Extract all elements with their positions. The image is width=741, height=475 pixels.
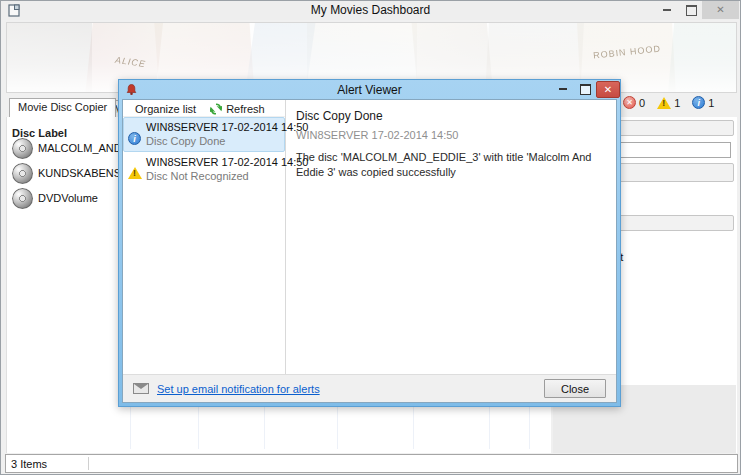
warning-count: 1 xyxy=(674,97,680,109)
dialog-close-button[interactable] xyxy=(596,81,620,98)
dialog-footer: Set up email notification for alerts Clo… xyxy=(123,374,616,402)
error-icon xyxy=(623,96,636,109)
refresh-label: Refresh xyxy=(226,103,265,115)
alert-detail-pane: Disc Copy Done WIN8SERVER 17-02-2014 14:… xyxy=(286,100,616,374)
alert-counters: 0 1 i 1 xyxy=(623,96,714,109)
warning-icon xyxy=(128,167,142,179)
error-count: 0 xyxy=(639,97,645,109)
disc-icon xyxy=(12,163,33,184)
window-title: My Movies Dashboard xyxy=(1,3,740,17)
disc-row[interactable]: DVDVolume xyxy=(12,186,98,210)
alert-list-item-selected[interactable]: i WIN8SERVER 17-02-2014 14:50 Disc Copy … xyxy=(123,117,285,152)
close-button[interactable] xyxy=(702,1,739,19)
info-icon: i xyxy=(692,96,705,109)
status-bar: 3 Items xyxy=(5,454,738,473)
warning-counter[interactable]: 1 xyxy=(657,97,680,109)
disc-label: DVDVolume xyxy=(38,192,98,204)
status-bar-divider xyxy=(88,457,89,470)
organize-list-label: Organize list xyxy=(135,103,196,115)
refresh-icon xyxy=(210,103,222,115)
disc-icon xyxy=(12,138,33,159)
alert-list-item[interactable]: WIN8SERVER 17-02-2014 14:50 Disc Not Rec… xyxy=(123,152,285,187)
maximize-button[interactable] xyxy=(680,1,702,19)
close-dialog-button[interactable]: Close xyxy=(544,379,606,398)
alert-detail-source: WIN8SERVER 17-02-2014 14:50 xyxy=(296,129,606,141)
disc-icon xyxy=(12,188,33,209)
dialog-minimize-button[interactable] xyxy=(553,81,573,97)
info-icon: i xyxy=(128,132,141,145)
alert-source: WIN8SERVER 17-02-2014 14:50 xyxy=(146,121,280,133)
organize-list-button[interactable]: Organize list xyxy=(135,103,196,115)
alert-detail-title: Disc Copy Done xyxy=(296,109,606,123)
dialog-content: Organize list Refresh i WIN8SERVER 1 xyxy=(122,99,617,403)
minimize-button[interactable] xyxy=(656,1,678,19)
alert-summary: Disc Copy Done xyxy=(146,135,280,147)
error-counter[interactable]: 0 xyxy=(623,96,645,109)
tab-movie-disc-copier[interactable]: Movie Disc Copier xyxy=(9,98,116,117)
warning-icon xyxy=(657,97,671,109)
main-window: My Movies Dashboard ROBIN HOOD ALICE Dis… xyxy=(0,0,741,475)
alert-summary: Disc Not Recognized xyxy=(146,170,280,182)
item-count-label: 3 Items xyxy=(11,458,47,470)
info-count: 1 xyxy=(708,97,714,109)
email-icon xyxy=(133,383,149,394)
email-notification-link[interactable]: Set up email notification for alerts xyxy=(157,383,320,395)
refresh-button[interactable]: Refresh xyxy=(210,103,265,115)
dialog-title: Alert Viewer xyxy=(119,83,620,97)
alert-source: WIN8SERVER 17-02-2014 14:50 xyxy=(146,156,280,168)
info-counter[interactable]: i 1 xyxy=(692,96,714,109)
alert-list-pane: Organize list Refresh i WIN8SERVER 1 xyxy=(123,100,286,374)
alert-detail-body: The disc 'MALCOLM_AND_EDDIE_3' with titl… xyxy=(296,150,606,180)
main-titlebar: My Movies Dashboard xyxy=(1,1,740,20)
alert-toolbar: Organize list Refresh xyxy=(123,100,285,117)
dialog-maximize-button[interactable] xyxy=(575,81,595,97)
alert-viewer-dialog: Alert Viewer Organize list xyxy=(118,79,621,407)
dialog-titlebar[interactable]: Alert Viewer xyxy=(119,80,620,99)
